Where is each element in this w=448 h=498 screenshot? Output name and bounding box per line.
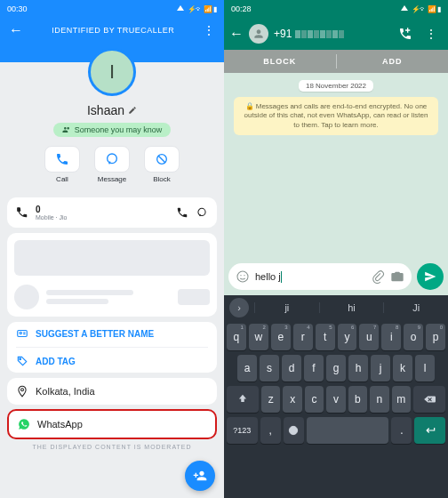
enter-key[interactable] — [414, 417, 445, 444]
block-action[interactable]: Block — [142, 146, 181, 183]
message-input-bar: hello j — [224, 260, 448, 295]
contact-number[interactable]: +91 — [274, 28, 344, 40]
sim-carrier: Mobile · Jio — [36, 214, 67, 221]
whatsapp-row[interactable]: WhatsApp — [7, 409, 217, 439]
phone-icon — [55, 152, 69, 166]
loading-card — [7, 233, 217, 317]
key-s[interactable]: s — [260, 355, 279, 382]
message-action[interactable]: Message — [92, 146, 132, 183]
key-m[interactable]: m — [392, 386, 411, 413]
edit-icon[interactable] — [128, 106, 137, 115]
chat-header: ← +91 ⋮ — [224, 18, 448, 50]
key-b[interactable]: b — [348, 386, 367, 413]
expand-suggestions[interactable]: › — [229, 298, 249, 317]
attach-icon[interactable] — [371, 269, 385, 284]
lock-icon: 🔒 — [245, 102, 254, 110]
add-tag-row[interactable]: ADD TAG — [16, 355, 208, 367]
status-time: 00:30 — [7, 4, 28, 13]
back-icon[interactable]: ← — [229, 26, 244, 42]
svg-rect-5 — [18, 331, 28, 337]
tag-icon — [16, 355, 28, 367]
encryption-notice[interactable]: 🔒Messages and calls are end-to-end encry… — [234, 97, 438, 135]
key-x[interactable]: x — [283, 386, 301, 413]
svg-point-4 — [198, 208, 205, 215]
profile-body: I Ishaan Someone you may know Call Messa… — [0, 62, 224, 192]
suggest-name-row[interactable]: SUGGEST A BETTER NAME — [16, 327, 208, 340]
location-row[interactable]: Kolkata, India — [7, 378, 217, 405]
key-a[interactable]: a — [237, 355, 257, 382]
add-button[interactable]: ADD — [337, 50, 449, 73]
space-key[interactable] — [307, 417, 388, 444]
key-v[interactable]: v — [326, 386, 345, 413]
key-q[interactable]: q1 — [227, 324, 246, 350]
sim-card-row[interactable]: 0 Mobile · Jio — [7, 197, 217, 228]
svg-point-10 — [21, 389, 24, 391]
avatar[interactable]: I — [88, 48, 136, 96]
back-icon[interactable]: ← — [9, 22, 24, 38]
key-o[interactable]: o9 — [404, 324, 423, 350]
add-call-icon[interactable] — [398, 27, 412, 41]
sim-number: 0 — [36, 205, 67, 214]
app-header: ← IDENTIFIED BY TRUECALLER ⋮ — [0, 18, 224, 43]
key-i[interactable]: i8 — [381, 324, 401, 350]
message-input[interactable]: hello j — [228, 263, 412, 290]
comma-key[interactable]: , — [260, 417, 281, 444]
date-chip: 18 November 2022 — [299, 80, 373, 92]
key-h[interactable]: h — [348, 355, 368, 382]
known-chip: Someone you may know — [53, 123, 172, 137]
id-card-icon — [16, 327, 28, 340]
key-k[interactable]: k — [393, 355, 412, 382]
emoji-key[interactable] — [284, 417, 304, 444]
key-f[interactable]: f — [304, 355, 324, 382]
redacted-number — [295, 30, 344, 38]
sms-icon[interactable] — [196, 206, 208, 219]
key-r[interactable]: r4 — [293, 324, 313, 350]
key-y[interactable]: y6 — [338, 324, 357, 350]
svg-point-11 — [237, 271, 248, 282]
truecaller-screen: 00:30 ⚡ᯤ 📶 ▮ ← IDENTIFIED BY TRUECALLER … — [0, 0, 224, 498]
whatsapp-icon — [18, 418, 30, 430]
key-z[interactable]: z — [261, 386, 280, 413]
dial-icon[interactable] — [176, 206, 188, 219]
key-j[interactable]: j — [371, 355, 390, 382]
key-d[interactable]: d — [282, 355, 301, 382]
emoji-icon[interactable] — [236, 269, 250, 284]
key-n[interactable]: n — [370, 386, 388, 413]
call-action[interactable]: Call — [43, 146, 82, 183]
key-c[interactable]: c — [305, 386, 324, 413]
suggestion-2[interactable]: hi — [319, 302, 384, 313]
suggestion-1[interactable]: ji — [254, 302, 319, 313]
moderated-label: THE DISPLAYED CONTENT IS MODERATED — [0, 444, 224, 450]
send-button[interactable] — [417, 263, 444, 290]
suggest-card: SUGGEST A BETTER NAME ADD TAG — [7, 322, 217, 373]
period-key[interactable]: . — [391, 417, 412, 444]
key-p[interactable]: p0 — [426, 324, 445, 350]
suggestion-3[interactable]: Ji — [383, 302, 448, 313]
backspace-key[interactable] — [413, 386, 445, 413]
key-e[interactable]: e3 — [271, 324, 291, 350]
keyboard: q1w2e3r4t5y6u7i8o9p0 asdfghjkl zxcvbnm ?… — [224, 320, 448, 449]
svg-point-15 — [292, 429, 292, 430]
overflow-icon[interactable]: ⋮ — [425, 27, 437, 41]
overflow-icon[interactable]: ⋮ — [203, 23, 215, 37]
shift-key[interactable] — [227, 386, 259, 413]
symbols-key[interactable]: ?123 — [227, 417, 258, 444]
location-icon — [16, 385, 28, 398]
key-g[interactable]: g — [326, 355, 346, 382]
sim-icon — [16, 206, 28, 219]
block-button[interactable]: BLOCK — [224, 50, 336, 73]
svg-point-9 — [20, 358, 21, 360]
key-t[interactable]: t5 — [316, 324, 335, 350]
status-time: 00:28 — [231, 4, 252, 13]
status-bar: 00:28 ⚡ᯤ 📶 ▮ — [224, 0, 448, 18]
chat-area[interactable]: 18 November 2022 🔒Messages and calls are… — [224, 73, 448, 260]
add-contact-fab[interactable] — [185, 461, 215, 491]
camera-icon[interactable] — [390, 269, 404, 284]
status-icons: ⚡ᯤ 📶 ▮ — [401, 5, 441, 13]
key-w[interactable]: w2 — [249, 324, 268, 350]
contact-avatar[interactable] — [249, 24, 268, 44]
key-u[interactable]: u7 — [359, 324, 379, 350]
svg-point-13 — [244, 275, 244, 276]
key-l[interactable]: l — [415, 355, 435, 382]
block-icon — [155, 152, 169, 166]
